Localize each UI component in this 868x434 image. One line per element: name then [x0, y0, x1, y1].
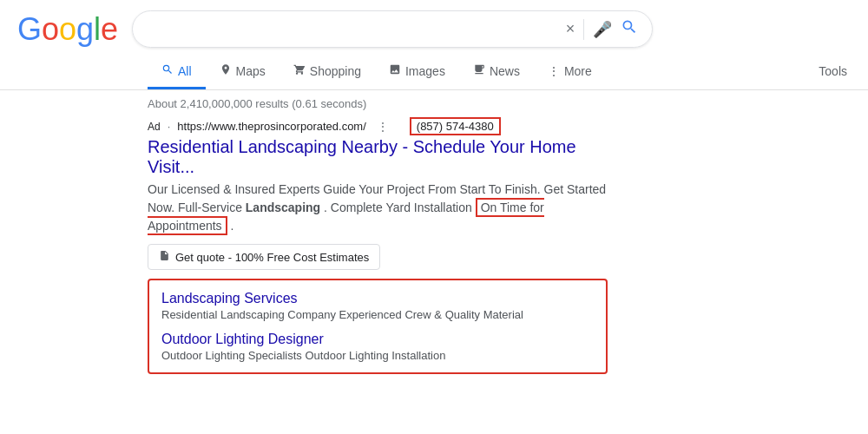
- ad-menu-icon[interactable]: ⋮: [377, 120, 389, 134]
- ad-desc-end: .: [231, 219, 234, 233]
- tab-more-label: More: [564, 64, 592, 78]
- sitelinks-box: Landscaping Services Residential Landsca…: [148, 279, 608, 374]
- tools-label: Tools: [819, 64, 847, 78]
- ad-result: Ad · https://www.theprosincorporated.com…: [148, 117, 608, 270]
- quote-icon: [159, 250, 170, 264]
- sitelink-title-1[interactable]: Landscaping Services: [161, 291, 594, 306]
- header: G o o g l e landscaping near me × 🎤: [0, 0, 868, 55]
- ad-bold1: Landscaping: [246, 201, 320, 214]
- more-icon: ⋮: [548, 64, 560, 78]
- nav-tabs: All Maps Shopping Images News ⋮ More Too…: [0, 55, 868, 90]
- tab-shopping-label: Shopping: [310, 64, 361, 78]
- tab-more[interactable]: ⋮ More: [534, 56, 606, 89]
- tab-news-label: News: [490, 64, 520, 78]
- images-icon: [389, 63, 401, 78]
- sitelink-item-2: Outdoor Lighting Designer Outdoor Lighti…: [161, 332, 594, 362]
- sitelink-desc-2: Outdoor Lighting Specialists Outdoor Lig…: [161, 349, 594, 362]
- tab-shopping[interactable]: Shopping: [279, 55, 375, 89]
- count-text: About 2,410,000,000 results (0.61 second…: [148, 97, 366, 110]
- sitelink-item-1: Landscaping Services Residential Landsca…: [161, 291, 594, 321]
- tab-maps[interactable]: Maps: [206, 55, 279, 89]
- divider: [583, 19, 584, 40]
- logo-g1: G: [17, 11, 42, 48]
- news-icon: [473, 63, 485, 78]
- tab-all[interactable]: All: [148, 55, 206, 89]
- ad-header: Ad · https://www.theprosincorporated.com…: [148, 117, 608, 135]
- results-count: About 2,410,000,000 results (0.61 second…: [0, 90, 868, 117]
- search-icons: × 🎤: [566, 18, 639, 40]
- tab-maps-label: Maps: [236, 64, 266, 78]
- all-icon: [161, 63, 174, 78]
- sitelink-title-2[interactable]: Outdoor Lighting Designer: [161, 332, 594, 347]
- ad-title[interactable]: Residential Landscaping Nearby - Schedul…: [148, 137, 608, 177]
- logo-l: l: [94, 11, 101, 48]
- sitelink-button[interactable]: Get quote - 100% Free Cost Estimates: [148, 244, 380, 270]
- maps-icon: [220, 63, 232, 78]
- main-content: Ad · https://www.theprosincorporated.com…: [0, 117, 608, 374]
- logo-o1: o: [42, 11, 59, 48]
- ad-desc-line2: . Complete Yard Installation: [324, 201, 472, 214]
- phone-number: (857) 574-4380: [410, 117, 501, 135]
- sitelink-desc-1: Residential Landscaping Company Experien…: [161, 308, 594, 321]
- tab-tools[interactable]: Tools: [805, 56, 868, 89]
- tab-news[interactable]: News: [459, 55, 534, 89]
- google-logo: G o o g l e: [17, 11, 118, 48]
- search-bar[interactable]: landscaping near me × 🎤: [132, 10, 653, 48]
- ad-label: Ad: [148, 121, 161, 133]
- logo-o2: o: [59, 11, 76, 48]
- clear-icon[interactable]: ×: [566, 20, 575, 38]
- logo-e: e: [101, 11, 118, 48]
- shopping-icon: [293, 63, 306, 78]
- ad-url[interactable]: https://www.theprosincorporated.com/: [177, 120, 366, 133]
- ad-description: Our Licensed & Insured Experts Guide You…: [148, 181, 608, 235]
- sitelink-button-label: Get quote - 100% Free Cost Estimates: [175, 251, 369, 264]
- tab-all-label: All: [178, 64, 192, 78]
- logo-g2: g: [76, 11, 94, 48]
- search-input[interactable]: landscaping near me: [147, 22, 558, 37]
- search-button[interactable]: [621, 18, 638, 40]
- voice-icon[interactable]: 🎤: [593, 20, 612, 39]
- tab-images-label: Images: [405, 64, 445, 78]
- tab-images[interactable]: Images: [375, 55, 459, 89]
